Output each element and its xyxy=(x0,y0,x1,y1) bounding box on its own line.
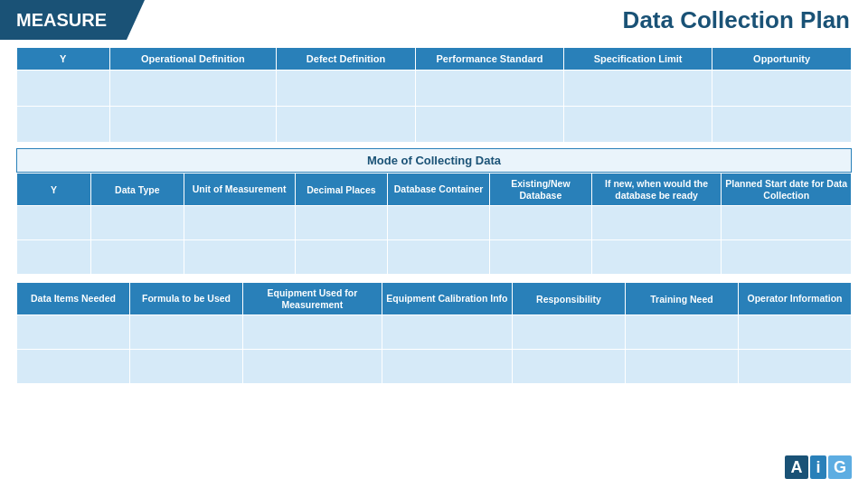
table2-cell xyxy=(295,240,388,275)
table2-header-if-new: If new, when would the database be ready xyxy=(591,174,722,206)
table1-cell xyxy=(712,107,852,143)
table1: Y Operational Definition Defect Definiti… xyxy=(16,47,852,143)
table3-cell xyxy=(17,350,130,384)
table3-header-equipment-cal: Equipment Calibration Info xyxy=(382,283,512,315)
table2-cell xyxy=(591,206,722,240)
table3-cell xyxy=(129,315,242,350)
table1-cell xyxy=(109,70,277,107)
table3-cell xyxy=(17,315,130,350)
table3-header-formula: Formula to be Used xyxy=(129,283,242,315)
header: MEASURE Data Collection Plan xyxy=(0,0,868,40)
table1-header-perf-std: Performance Standard xyxy=(415,48,563,70)
table2-header-data-type: Data Type xyxy=(91,174,184,206)
logo-area: A i G xyxy=(785,455,852,479)
table-row xyxy=(17,107,852,143)
table1-cell xyxy=(564,107,712,143)
mode-banner-text: Mode of Collecting Data xyxy=(367,154,501,167)
table2-cell xyxy=(722,206,852,240)
table2-cell xyxy=(17,206,91,240)
table3-header-training: Training Need xyxy=(625,283,738,315)
table1-cell xyxy=(17,70,110,107)
table3-cell xyxy=(513,350,626,384)
table-row xyxy=(17,206,852,240)
logo-letter-g: G xyxy=(828,455,852,479)
logo-letter-a: A xyxy=(785,455,808,479)
table1-header-y: Y xyxy=(17,48,110,70)
table3-cell xyxy=(129,350,242,384)
table3-cell xyxy=(738,315,851,350)
mode-banner: Mode of Collecting Data xyxy=(16,148,852,173)
table3-header-operator: Operator Information xyxy=(738,283,851,315)
table1-cell xyxy=(277,107,416,143)
table2-header-decimal: Decimal Places xyxy=(295,174,388,206)
table3: Data Items Needed Formula to be Used Equ… xyxy=(16,282,852,384)
table3-cell xyxy=(625,315,738,350)
table1-header-spec-limit: Specification Limit xyxy=(564,48,712,70)
page-title-area: Data Collection Plan xyxy=(127,0,868,40)
table2-cell xyxy=(388,206,490,240)
table2-cell xyxy=(722,240,852,275)
table3-cell xyxy=(242,350,382,384)
table1-cell xyxy=(415,107,563,143)
table2-header-db-container: Database Container xyxy=(388,174,490,206)
measure-text: MEASURE xyxy=(16,10,107,31)
table1-header-opportunity: Opportunity xyxy=(712,48,852,70)
table3-cell xyxy=(382,315,512,350)
table-row xyxy=(17,350,852,384)
table3-cell xyxy=(738,350,851,384)
table1-cell xyxy=(415,70,563,107)
page-title: Data Collection Plan xyxy=(623,6,850,34)
table2-header-unit: Unit of Measurement xyxy=(184,174,295,206)
table2-header-planned-start: Planned Start date for Data Collection xyxy=(722,174,852,206)
table2-cell xyxy=(489,240,591,275)
table1-cell xyxy=(712,70,852,107)
table1-cell xyxy=(17,107,110,143)
table-row xyxy=(17,315,852,350)
logo-letter-i: i xyxy=(810,455,826,479)
table3-cell xyxy=(382,350,512,384)
table-row xyxy=(17,240,852,275)
table2-cell xyxy=(591,240,722,275)
table1-header-op-def: Operational Definition xyxy=(109,48,277,70)
table2-cell xyxy=(184,206,295,240)
table3-header-data-items: Data Items Needed xyxy=(17,283,130,315)
table2-cell xyxy=(295,206,388,240)
table-row xyxy=(17,70,852,107)
table2-cell xyxy=(17,240,91,275)
table3-cell xyxy=(242,315,382,350)
table1-cell xyxy=(564,70,712,107)
table3-cell xyxy=(625,350,738,384)
table1-cell xyxy=(277,70,416,107)
table2-header-y: Y xyxy=(17,174,91,206)
table3-header-equipment-used: Equipment Used for Measurement xyxy=(242,283,382,315)
table3-header-responsibility: Responsibility xyxy=(513,283,626,315)
table2-cell xyxy=(91,206,184,240)
table1-cell xyxy=(109,107,277,143)
table2-cell xyxy=(489,206,591,240)
measure-label: MEASURE xyxy=(0,0,127,40)
table1-header-defect-def: Defect Definition xyxy=(277,48,416,70)
table2-cell xyxy=(184,240,295,275)
main-content: Y Operational Definition Defect Definiti… xyxy=(0,40,868,391)
table2-cell xyxy=(388,240,490,275)
table2-cell xyxy=(91,240,184,275)
aig-logo: A i G xyxy=(785,455,852,479)
table3-cell xyxy=(513,315,626,350)
table2: Y Data Type Unit of Measurement Decimal … xyxy=(16,173,852,275)
table2-header-existing-new: Existing/New Database xyxy=(489,174,591,206)
